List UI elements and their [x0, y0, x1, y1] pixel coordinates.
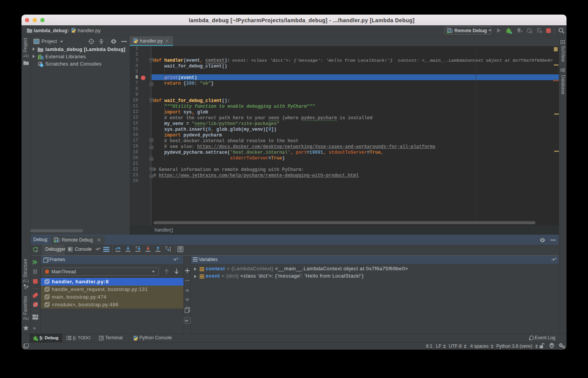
svg-text:?: ? — [563, 346, 565, 349]
